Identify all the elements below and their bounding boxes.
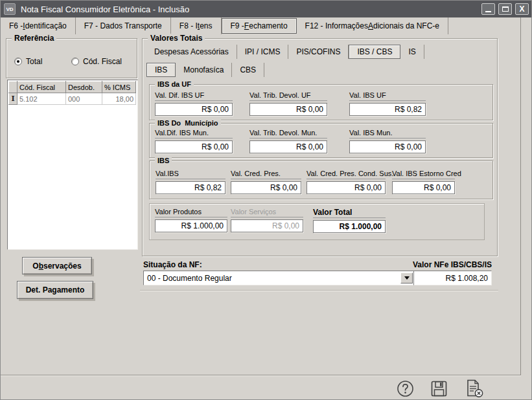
statusbar-divider bbox=[1, 375, 521, 375]
radio-total-label: Total bbox=[26, 57, 42, 66]
radio-cod-fiscal[interactable]: Cód. Fiscal bbox=[71, 57, 122, 66]
tab-despesas-acessorias[interactable]: Despesas Acessórias bbox=[146, 45, 237, 59]
subtab-ibs[interactable]: IBS bbox=[146, 63, 176, 77]
referencia-group: Referência Total Cód. Fiscal bbox=[6, 38, 137, 78]
help-button[interactable] bbox=[396, 379, 414, 397]
tab-ipi-icms[interactable]: IPI / ICMS bbox=[237, 45, 289, 59]
tab-f8-itens[interactable]: F8 - Itens bbox=[171, 17, 222, 34]
ibs-group: IBS Val.IBS R$ 0,82 Val. Cred. Pres. R$ … bbox=[149, 161, 493, 199]
minimize-icon bbox=[485, 11, 491, 12]
cancel-document-icon bbox=[463, 379, 485, 399]
val-cred-pres-input[interactable]: R$ 0,00 bbox=[231, 181, 301, 194]
valor-nfe-input[interactable]: R$ 1.008,20 bbox=[413, 271, 492, 285]
field-val-dif-ibs-uf: Val. Dif. IBS UF R$ 0,00 bbox=[155, 91, 233, 116]
subtab-monofasica[interactable]: Monofasíca bbox=[176, 63, 232, 77]
val-ibs-input[interactable]: R$ 0,82 bbox=[156, 181, 226, 194]
field-valor-total: Valor Total R$ 1.000,00 bbox=[313, 208, 386, 233]
minimize-button[interactable] bbox=[481, 3, 495, 15]
val-cred-pres-label: Val. Cred. Pres. bbox=[231, 170, 301, 179]
window-title: Nota Fiscal Consumidor Eletrônica - Incl… bbox=[16, 5, 481, 14]
app-icon: VD bbox=[4, 3, 16, 15]
save-button[interactable] bbox=[429, 379, 448, 398]
subtab-cbs[interactable]: CBS bbox=[232, 63, 264, 77]
valores-totais-title: Valores Totais bbox=[148, 34, 205, 43]
maximize-icon bbox=[502, 6, 509, 12]
radio-cod-fiscal-label: Cód. Fiscal bbox=[83, 57, 122, 66]
field-val-trib-devol-mun: Val. Trib. Devol. Mun. R$ 0,00 bbox=[249, 129, 327, 153]
valor-produtos-label: Valor Produtos bbox=[155, 208, 227, 217]
field-val-cred-pres: Val. Cred. Pres. R$ 0,00 bbox=[231, 170, 301, 194]
val-ibs-uf-label: Val. IBS UF bbox=[349, 91, 426, 101]
val-trib-devol-mun-input[interactable]: R$ 0,00 bbox=[249, 140, 327, 153]
close-button[interactable]: X bbox=[515, 3, 529, 15]
page-right-border bbox=[520, 17, 521, 375]
val-cred-pres-cond-sus-input[interactable]: R$ 0,00 bbox=[306, 181, 386, 194]
val-dif-ibs-uf-input[interactable]: R$ 0,00 bbox=[155, 103, 233, 116]
fiscal-codes-list[interactable]: Cód. Fiscal Desdob. % ICMS I 5.102 000 1… bbox=[7, 80, 138, 250]
ibs-group-title: IBS bbox=[155, 156, 172, 165]
field-val-cred-pres-cond-sus: Val. Cred. Pres. Cond. Sus. R$ 0,00 bbox=[306, 170, 386, 194]
det-pagamento-button[interactable]: Det. Pagamento bbox=[17, 281, 93, 299]
val-ibs-estorno-cred-label: Val. IBS Estorno Cred bbox=[392, 170, 455, 179]
cell-icms[interactable]: 18,00 bbox=[102, 93, 136, 105]
valores-totais-group: Valores Totais Despesas Acessórias IPI /… bbox=[142, 38, 498, 256]
situacao-nf-value: 00 - Documento Regular bbox=[144, 274, 400, 283]
valor-total-label: Valor Total bbox=[313, 208, 386, 218]
main-tab-bar: F6 - Identificação F7 - Dados Transporte… bbox=[1, 17, 521, 34]
val-trib-devol-mun-label: Val. Trib. Devol. Mun. bbox=[249, 129, 327, 139]
grid-col-cod-fiscal: Cód. Fiscal bbox=[17, 82, 66, 93]
radio-total-dot bbox=[14, 58, 22, 65]
tab-f7-dados-transporte[interactable]: F7 - Dados Transporte bbox=[76, 17, 171, 34]
tab-pis-cofins[interactable]: PIS/COFINS bbox=[288, 45, 349, 59]
referencia-title: Referência bbox=[12, 34, 56, 43]
ibs-do-municipio-title: IBS Do Município bbox=[155, 118, 221, 128]
cell-cod-fiscal[interactable]: 5.102 bbox=[17, 93, 66, 105]
situacao-nf-select[interactable]: 00 - Documento Regular bbox=[143, 271, 414, 285]
radio-cod-fiscal-dot bbox=[71, 58, 79, 65]
grid-col-desdob: Desdob. bbox=[66, 82, 102, 93]
val-cred-pres-cond-sus-label: Val. Cred. Pres. Cond. Sus. bbox=[306, 170, 386, 179]
valor-total-input[interactable]: R$ 1.000,00 bbox=[313, 220, 386, 233]
val-trib-devol-uf-input[interactable]: R$ 0,00 bbox=[249, 103, 327, 116]
val-ibs-mun-input[interactable]: R$ 0,00 bbox=[349, 140, 426, 153]
situacao-nf-dropdown-button[interactable] bbox=[400, 272, 413, 283]
field-val-trib-devol-uf: Val. Trib. Devol. UF R$ 0,00 bbox=[249, 91, 327, 116]
valor-nfe-label: Valor NFe IBS/CBS/IS bbox=[399, 260, 492, 269]
valor-produtos-input[interactable]: R$ 1.000,00 bbox=[155, 219, 227, 232]
ibs-cbs-subtab-bar: IBS Monofasíca CBS bbox=[146, 62, 264, 78]
field-val-ibs: Val.IBS R$ 0,82 bbox=[156, 170, 226, 194]
val-ibs-mun-label: Val. IBS Mun. bbox=[349, 129, 426, 139]
cancel-note-button[interactable] bbox=[463, 378, 485, 399]
val-ibs-uf-input[interactable]: R$ 0,82 bbox=[349, 103, 426, 116]
totals-panel: Valor Produtos R$ 1.000,00 Valor Serviço… bbox=[149, 203, 485, 240]
tab-is[interactable]: IS bbox=[400, 45, 424, 59]
field-valor-produtos: Valor Produtos R$ 1.000,00 bbox=[155, 208, 227, 232]
row-selector-icon: I bbox=[9, 93, 17, 105]
radio-total[interactable]: Total bbox=[14, 57, 42, 66]
close-icon: X bbox=[519, 5, 524, 13]
val-ibs-label: Val.IBS bbox=[156, 170, 226, 179]
field-valor-servicos: Valor Serviços R$ 0,00 bbox=[231, 208, 303, 232]
chevron-down-icon bbox=[404, 276, 410, 280]
val-dif-ibs-mun-input[interactable]: R$ 0,00 bbox=[155, 140, 233, 153]
tab-f6-identificacao[interactable]: F6 - Identificação bbox=[1, 17, 76, 34]
field-val-ibs-uf: Val. IBS UF R$ 0,82 bbox=[349, 91, 426, 116]
ibs-da-uf-title: IBS da UF bbox=[155, 80, 194, 89]
cell-desdob[interactable]: 000 bbox=[66, 93, 102, 105]
val-trib-devol-uf-label: Val. Trib. Devol. UF bbox=[249, 91, 327, 101]
tab-f12-informacoes-adicionais[interactable]: F12 - Informações Adicionais da NFC-e bbox=[297, 17, 448, 34]
window: VD Nota Fiscal Consumidor Eletrônica - I… bbox=[0, 0, 532, 400]
ibs-da-uf-group: IBS da UF Val. Dif. IBS UF R$ 0,00 Val. … bbox=[149, 84, 493, 120]
grid-col-icms: % ICMS bbox=[102, 82, 136, 93]
save-icon bbox=[430, 379, 448, 398]
tab-f9-fechamento[interactable]: F9 - Fechamento bbox=[222, 18, 297, 34]
table-row[interactable]: I 5.102 000 18,00 bbox=[9, 93, 136, 105]
help-icon bbox=[397, 380, 414, 397]
valor-servicos-label: Valor Serviços bbox=[231, 208, 303, 217]
val-dif-ibs-uf-label: Val. Dif. IBS UF bbox=[155, 91, 233, 101]
field-val-ibs-estorno-cred: Val. IBS Estorno Cred R$ 0,00 bbox=[392, 170, 455, 194]
tab-ibs-cbs[interactable]: IBS / CBS bbox=[349, 45, 400, 59]
observacoes-button[interactable]: Observações bbox=[22, 257, 92, 274]
maximize-button[interactable] bbox=[498, 3, 512, 15]
val-ibs-estorno-cred-input[interactable]: R$ 0,00 bbox=[392, 181, 455, 194]
